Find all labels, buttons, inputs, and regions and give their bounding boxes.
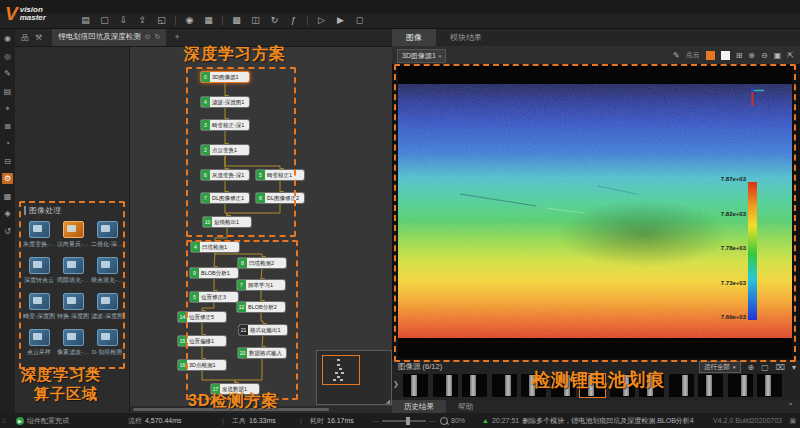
history-icon[interactable]: ↺ bbox=[2, 226, 13, 237]
image-thumbnail[interactable] bbox=[403, 374, 428, 397]
operator-tool[interactable]: 二值化-深… bbox=[90, 221, 124, 249]
edit-image-icon[interactable]: ✎ bbox=[2, 68, 13, 79]
module-list-icon[interactable]: ▦ bbox=[203, 14, 214, 27]
flow-minimap[interactable]: ◢ bbox=[316, 350, 392, 405]
flow-node-畸变校正-深1[interactable]: 3畸变校正-深1 bbox=[201, 120, 249, 130]
flow-node-灰度变换-深1[interactable]: 6灰度变换-深1 bbox=[201, 170, 249, 180]
image-thumbnail[interactable] bbox=[728, 374, 753, 397]
zoom-in-icon[interactable]: ⊕ bbox=[748, 51, 755, 60]
operator-group-title[interactable]: 图像处理 bbox=[24, 206, 61, 215]
strip-prev-icon[interactable]: ❯ bbox=[393, 380, 399, 388]
zoom-out-icon[interactable]: ⊖ bbox=[761, 51, 768, 60]
operator-tool[interactable]: 间隙填充-… bbox=[56, 257, 90, 285]
image-source-selector[interactable]: 3D图像源1 ▾ bbox=[397, 49, 446, 63]
flow-node-位置偏移1[interactable]: 15位置偏移1 bbox=[178, 336, 226, 346]
run-all-button[interactable]: 运行全部 ▾ bbox=[699, 361, 741, 373]
flow-node-BLOB分析2[interactable]: 12BLOB分析2 bbox=[237, 302, 285, 312]
flow-node-BLOB分析1[interactable]: 9BLOB分析1 bbox=[190, 268, 238, 278]
chart-icon[interactable]: ▦ bbox=[2, 191, 13, 202]
flow-tab[interactable]: 锂电划痕凹坑及深度检测 ⊙ ↻ bbox=[52, 28, 166, 46]
color-swatch-white[interactable] bbox=[721, 51, 730, 60]
image-thumbnail[interactable] bbox=[462, 374, 487, 397]
fit-view-icon[interactable]: ⊞ bbox=[736, 51, 743, 60]
image-settings-icon[interactable]: ⚙ bbox=[2, 173, 13, 184]
open-folder-icon[interactable]: ▢ bbox=[761, 363, 769, 372]
export-icon[interactable]: ⇪ bbox=[137, 14, 148, 27]
flow-node-DL图像修正2[interactable]: 8DL图像修正2 bbox=[256, 193, 304, 203]
image-thumbnail[interactable] bbox=[698, 374, 723, 397]
flow-node-格式化输出1[interactable]: 21格式化输出1 bbox=[239, 325, 287, 335]
delete-image-icon[interactable]: ⌧ bbox=[776, 363, 785, 372]
stop-icon[interactable]: ◻ bbox=[354, 14, 365, 27]
tab-image[interactable]: 图像 bbox=[392, 28, 436, 46]
operator-tool[interactable]: 噪点填充-… bbox=[90, 257, 124, 285]
flow-node-凹坑检测2[interactable]: 8凹坑检测2 bbox=[238, 258, 286, 268]
adjust-icon[interactable]: ⊟ bbox=[2, 156, 13, 167]
flow-structure-icon[interactable]: 品 bbox=[21, 32, 29, 43]
add-image-icon[interactable]: ⊕ bbox=[748, 363, 755, 372]
flow-node-位置修正5[interactable]: 14位置修正5 bbox=[178, 312, 226, 322]
node-index: 0 bbox=[201, 72, 210, 82]
minimap-resize-icon[interactable]: ◢ bbox=[385, 397, 390, 404]
minimap-viewport[interactable] bbox=[322, 355, 360, 385]
operator-tool[interactable]: 畸变-深度图 bbox=[22, 293, 56, 321]
run-flow-icon[interactable]: ⊙ bbox=[145, 33, 151, 41]
io-icon[interactable]: ▩ bbox=[231, 14, 242, 27]
drag-handle-icon[interactable]: ⁞⁞ bbox=[2, 413, 6, 428]
fullscreen-icon[interactable]: ⇱ bbox=[787, 51, 794, 60]
communication-icon[interactable]: ◫ bbox=[250, 14, 261, 27]
color-swatch-orange[interactable] bbox=[706, 51, 715, 60]
flow-node-滤波-深度图1[interactable]: 4滤波-深度图1 bbox=[201, 97, 249, 107]
tab-history-results[interactable]: 历史结果 bbox=[392, 400, 446, 413]
zoom-slider[interactable] bbox=[382, 420, 426, 422]
flow-node-3D点检测1[interactable]: 163D点检测1 bbox=[178, 360, 226, 370]
flow-node-DL图像修正1[interactable]: 7DL图像修正1 bbox=[201, 193, 249, 203]
tab-help[interactable]: 帮助 bbox=[446, 400, 485, 413]
window-icon[interactable]: ◱ bbox=[156, 14, 167, 27]
pie-tool-icon[interactable]: ◔ bbox=[2, 138, 13, 149]
image-thumbnail[interactable] bbox=[492, 374, 517, 397]
image-thumbnail[interactable] bbox=[669, 374, 694, 397]
image-thumbnail[interactable] bbox=[757, 374, 782, 397]
draw-icon[interactable]: ✎ bbox=[673, 51, 680, 60]
operator-tool[interactable]: D-划痕检测 bbox=[90, 329, 124, 357]
run-continuous-icon[interactable]: ▶ bbox=[335, 14, 346, 27]
camera-icon[interactable]: ◉ bbox=[184, 14, 195, 27]
global-var-icon[interactable]: ƒ bbox=[288, 14, 299, 27]
flow-node-脚本学习1[interactable]: 7脚本学习1 bbox=[237, 280, 285, 290]
operator-tool[interactable]: 灰度变换-… bbox=[22, 221, 56, 249]
one-to-one-icon[interactable]: ▣ bbox=[774, 51, 782, 60]
flow-node-凹坑检测1[interactable]: 4凹坑检测1 bbox=[191, 242, 239, 252]
flow-node-畸变校正1[interactable]: 5畸变校正1 bbox=[256, 170, 304, 180]
operator-tool[interactable]: 像素滤波-… bbox=[56, 329, 90, 357]
import-icon[interactable]: ⇩ bbox=[118, 14, 129, 27]
refresh-icon[interactable]: ↻ bbox=[269, 14, 280, 27]
roi-box-icon[interactable]: ⊠ bbox=[2, 121, 13, 132]
flow-node-3D图像源1[interactable]: 03D图像源1 bbox=[201, 72, 249, 82]
status-corner-icon[interactable]: ▣ bbox=[789, 413, 796, 428]
flow-node-划痕检出1[interactable]: 10划痕检出1 bbox=[203, 217, 251, 227]
tab-module-result[interactable]: 模块结果 bbox=[436, 28, 496, 46]
collapse-panel-icon[interactable]: ⌃ bbox=[787, 402, 794, 411]
flow-node-点云变换1[interactable]: 2点云变换1 bbox=[201, 145, 249, 155]
add-flow-tab-button[interactable]: + bbox=[174, 32, 179, 42]
camera-icon[interactable]: ◉ bbox=[2, 33, 13, 44]
run-once-icon[interactable]: ▷ bbox=[316, 14, 327, 27]
operator-tool[interactable]: 滤波-深度图 bbox=[90, 293, 124, 321]
save-icon[interactable]: ▤ bbox=[80, 14, 91, 27]
flow-node-数据格式输入[interactable]: 20数据格式输入 bbox=[238, 348, 286, 358]
focus-target-icon[interactable]: ◎ bbox=[2, 51, 13, 62]
image-thumbnail[interactable] bbox=[433, 374, 458, 397]
wrench-icon[interactable]: ⚒ bbox=[35, 33, 42, 42]
prism-3d-icon[interactable]: ◈ bbox=[2, 208, 13, 219]
operator-tool[interactable]: 点云采样 bbox=[22, 329, 56, 357]
operator-tool[interactable]: 法向量反-… bbox=[56, 221, 90, 249]
layers-icon[interactable]: ▤ bbox=[2, 86, 13, 97]
strip-collapse-icon[interactable]: ▾ bbox=[792, 363, 796, 372]
flow-node-位置修正3[interactable]: 5位置修正3 bbox=[190, 292, 238, 302]
operator-tool[interactable]: 转换-深度图 bbox=[56, 293, 90, 321]
locate-icon[interactable]: ⌖ bbox=[2, 103, 13, 114]
loop-flow-icon[interactable]: ↻ bbox=[155, 33, 161, 41]
operator-tool[interactable]: 深度转点云 bbox=[22, 257, 56, 285]
open-icon[interactable]: ▢ bbox=[99, 14, 110, 27]
